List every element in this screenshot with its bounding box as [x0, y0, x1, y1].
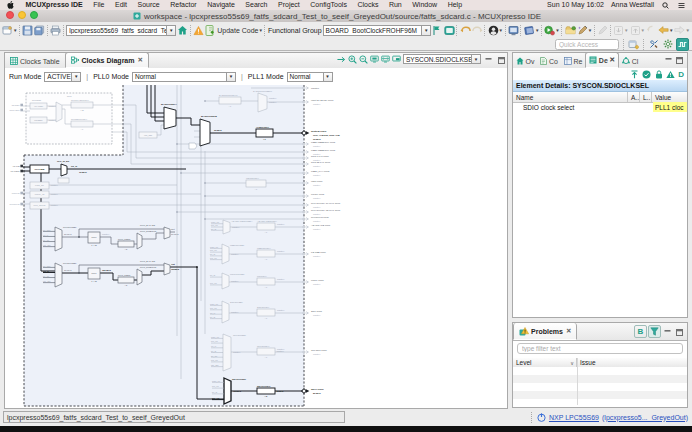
menu-help[interactable]: Help — [448, 0, 462, 10]
diagram-block[interactable] — [257, 278, 275, 285]
zoom-selection-icon[interactable] — [392, 55, 401, 64]
diagram-block[interactable] — [118, 277, 134, 283]
menu-project[interactable]: Project — [278, 0, 300, 10]
tab-problems[interactable]: Problems ✕ — [513, 323, 577, 340]
back-history-dropdown[interactable]: ▼ — [669, 28, 673, 33]
power-status-icon[interactable] — [537, 413, 546, 422]
library-icon[interactable] — [524, 24, 535, 36]
clock-mux-sctclksel[interactable] — [222, 301, 229, 323]
pencil-wand-dropdown[interactable]: ▼ — [588, 28, 592, 33]
library-dropdown[interactable]: ▼ — [535, 28, 539, 33]
menu-refactor[interactable]: Refactor — [170, 0, 196, 10]
menu-run[interactable]: Run — [389, 0, 402, 10]
perspective-installed-sdks-icon[interactable] — [662, 39, 673, 50]
update-code-label[interactable]: Update Code — [217, 27, 258, 34]
details-col-value[interactable]: Value — [652, 92, 687, 102]
open-perspective-icon[interactable] — [628, 38, 639, 50]
menu-file[interactable]: File — [93, 0, 104, 10]
menu-edit[interactable]: Edit — [115, 0, 127, 10]
spotlight-search-icon[interactable] — [661, 1, 670, 10]
problems-filter-button[interactable] — [648, 325, 661, 338]
menu-app-name[interactable]: MCUXpresso IDE — [26, 0, 83, 10]
close-problems-tab-icon[interactable]: ✕ — [566, 327, 571, 335]
diagram-block[interactable] — [256, 129, 273, 137]
details-col-locked[interactable]: L.. — [640, 92, 652, 102]
close-diagram-tab-icon[interactable]: ✕ — [137, 56, 142, 64]
export-registers-icon[interactable] — [630, 70, 639, 79]
console-icon[interactable] — [444, 24, 455, 36]
workspace-project-combo[interactable]: lpcxpresso55s69_fatfs_sdcard_Tes▼ — [66, 25, 176, 36]
diagram-block[interactable] — [71, 102, 93, 108]
clock-mux-pll0clksel[interactable] — [55, 227, 62, 251]
tab-registers[interactable]: Re — [561, 54, 585, 68]
clock-mux-pll0_directo[interactable] — [137, 233, 142, 249]
details-col-active[interactable]: A.. — [628, 92, 640, 102]
menubar-user[interactable]: Anna Westfall — [611, 0, 654, 10]
diagram-block[interactable] — [58, 178, 69, 183]
run-mode-combo[interactable]: ACTIVE▼ — [44, 72, 81, 82]
new-wizard-icon[interactable] — [2, 24, 13, 36]
clock-mux-pll1clksel[interactable] — [55, 263, 62, 287]
close-details-tab-icon[interactable]: ✕ — [609, 56, 615, 64]
back-history-icon[interactable] — [658, 24, 669, 36]
user-profile-icon[interactable] — [488, 24, 499, 36]
clock-mux-systickclksel0[interactable] — [258, 93, 267, 112]
diagram-block[interactable] — [246, 180, 266, 187]
undo-icon[interactable] — [460, 24, 471, 36]
save-all-icon[interactable] — [34, 24, 45, 36]
maximize-details-pane-icon[interactable] — [676, 50, 683, 68]
notification-center-icon[interactable] — [677, 1, 686, 10]
functional-group-combo[interactable]: BOARD_BootClockFROHF96M▼ — [323, 25, 432, 36]
zoom-window-button[interactable] — [30, 11, 38, 19]
debug-dropdown[interactable]: ▼ — [555, 28, 559, 33]
menu-search[interactable]: Search — [245, 0, 267, 10]
update-code-dropdown[interactable]: ▼ — [258, 28, 262, 33]
update-code-icon[interactable] — [205, 24, 216, 36]
clock-mux-mainclksela[interactable] — [164, 107, 176, 129]
menu-configtools[interactable]: ConfigTools — [310, 0, 347, 10]
home-icon[interactable] — [177, 24, 188, 36]
diagram-block[interactable] — [257, 388, 275, 394]
project-link[interactable]: (lpcxpresso5..._GreyedOut) — [602, 414, 688, 421]
menu-clocks[interactable]: Clocks — [357, 0, 378, 10]
diagram-block[interactable] — [257, 250, 275, 257]
clock-mux-sdioclksel[interactable] — [224, 378, 231, 404]
minimize-problems-pane-icon[interactable] — [664, 322, 671, 340]
clocks-diagram-canvas[interactable]: RTC32KRTCXOUTXTALINXTALOUTMCLKINPLUCLKIN… — [5, 85, 507, 408]
details-row-value[interactable]: PLL1 cloc — [653, 102, 687, 112]
diagram-block[interactable] — [257, 309, 275, 316]
problems-col-level[interactable]: Level∨ — [513, 358, 577, 368]
save-icon[interactable] — [22, 24, 33, 36]
perspective-develop-icon[interactable] — [648, 39, 659, 50]
clock-mux-asyncapbclksela[interactable] — [223, 220, 230, 234]
diagram-element-combo[interactable]: SYSCON.SDIOCLKSEL▼ — [403, 54, 481, 64]
tab-clocks-table[interactable]: Clocks Table — [5, 54, 65, 68]
minimize-details-pane-icon[interactable] — [665, 50, 672, 68]
show-description-icon[interactable]: D — [678, 70, 684, 79]
perspective-clocks-icon[interactable] — [676, 38, 689, 51]
pll0-mode-combo[interactable]: Normal▼ — [132, 72, 236, 82]
clock-mux-pll1_directo[interactable] — [137, 269, 142, 285]
clock-mux-usb0clksel[interactable] — [222, 244, 229, 264]
tab-code-preview[interactable]: Co — [537, 54, 560, 68]
go-to-element-icon[interactable] — [337, 55, 346, 64]
apple-menu-icon[interactable] — [6, 1, 15, 10]
maximize-problems-pane-icon[interactable] — [676, 322, 683, 340]
debug-icon[interactable] — [544, 24, 555, 36]
diagram-block[interactable] — [219, 97, 241, 104]
tab-overview[interactable]: Ov — [513, 54, 537, 68]
zoom-in-icon[interactable] — [348, 55, 357, 64]
menu-window[interactable]: Window — [412, 0, 437, 10]
minimize-window-button[interactable] — [18, 11, 26, 19]
clock-mux-mainclkselb[interactable] — [200, 119, 210, 146]
details-row-sdio-clock-select[interactable]: SDIO clock select PLL1 cloc — [513, 102, 687, 112]
details-col-name[interactable]: Name — [513, 92, 628, 102]
problems-filter-input[interactable] — [517, 343, 683, 354]
show-warnings-icon[interactable] — [666, 70, 675, 79]
problems-col-issue[interactable]: Issue — [577, 358, 687, 368]
minimize-clocks-pane-icon[interactable] — [485, 50, 492, 68]
new-wizard-dropdown[interactable]: ▼ — [13, 28, 17, 33]
close-window-button[interactable] — [6, 11, 14, 19]
tab-details[interactable]: De ✕ — [585, 52, 619, 68]
validate-icon[interactable] — [642, 70, 651, 79]
